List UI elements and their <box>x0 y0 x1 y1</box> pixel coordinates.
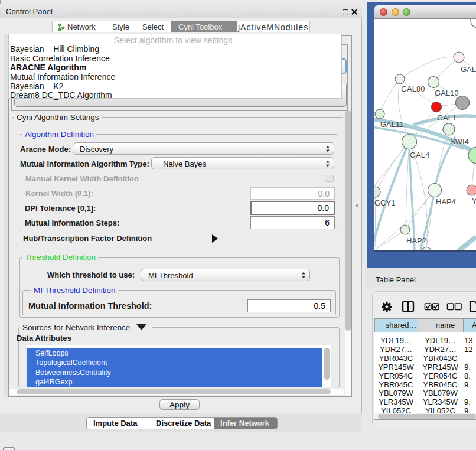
svg-text:Y: Y <box>472 197 476 206</box>
svg-text:GAL2: GAL2 <box>461 65 476 74</box>
svg-text:SWI4: SWI4 <box>450 137 469 146</box>
svg-text:HAP4: HAP4 <box>436 197 456 206</box>
svg-text:GAL80: GAL80 <box>401 84 425 93</box>
svg-text:GCY1: GCY1 <box>374 198 395 207</box>
svg-text:HAP2: HAP2 <box>406 236 426 245</box>
svg-text:GAL4: GAL4 <box>410 151 429 159</box>
svg-text:GAL11: GAL11 <box>380 120 404 129</box>
svg-text:GAL10: GAL10 <box>435 89 458 97</box>
svg-text:GAL1: GAL1 <box>437 113 457 122</box>
